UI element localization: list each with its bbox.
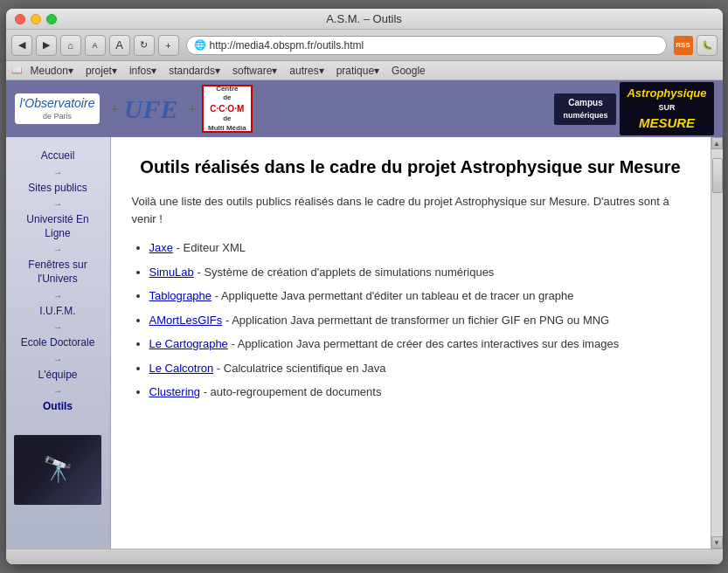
- new-tab-button[interactable]: +: [158, 35, 179, 56]
- sidebar-arrow-3: →: [6, 244, 110, 255]
- toolbar: ◀ ▶ ⌂ A A ↻ + 🌐 http://media4.obspm.fr/o…: [6, 30, 723, 61]
- minimize-button[interactable]: [31, 14, 41, 24]
- sidebar-item-equipe[interactable]: L'équipe: [6, 365, 110, 386]
- page-title: Outils réalisés dans le cadre du projet …: [132, 155, 690, 179]
- sidebar-arrow-5: →: [6, 321, 110, 333]
- traffic-lights: [15, 14, 57, 24]
- rss-label: RSS: [676, 41, 690, 49]
- cartographe-link[interactable]: Le Cartographe: [149, 337, 228, 350]
- list-item-tablographe: Tablographe - Appliquette Java permettan…: [149, 287, 690, 305]
- scrollbar: ▲ ▼: [711, 137, 723, 549]
- page-area: l'Observatoire de Paris + UFE + Centrede…: [6, 80, 723, 564]
- bug-icon: 🐛: [702, 40, 712, 50]
- calcotron-desc: - Calculatrice scientifique en Java: [217, 362, 386, 375]
- bookmarks-bar: 📖 Meudon▾ projet▾ infos▾ standards▾ soft…: [6, 61, 723, 80]
- scroll-thumb[interactable]: [712, 158, 723, 193]
- bookmark-standards[interactable]: standards▾: [163, 64, 225, 78]
- sidebar-item-fenetres[interactable]: Fenêtres sur l'Univers: [6, 255, 110, 289]
- sidebar-item-iufm[interactable]: I.U.F.M.: [6, 301, 110, 322]
- maximize-button[interactable]: [46, 14, 57, 24]
- astro-logo: Astrophysique SUR MESURE: [620, 82, 713, 135]
- back-button[interactable]: ◀: [11, 35, 32, 56]
- simulab-link[interactable]: SimuLab: [149, 266, 194, 279]
- list-item-simulab: SimuLab - Système de création d'applets …: [149, 264, 690, 281]
- sidebar-arrow-7: →: [6, 385, 110, 397]
- back-icon: ◀: [18, 39, 25, 51]
- simulab-desc: - Système de création d'applets de simul…: [197, 266, 494, 279]
- sidebar-item-universite[interactable]: Université En Ligne: [6, 210, 110, 244]
- address-bar[interactable]: 🌐 http://media4.obspm.fr/outils.html: [186, 36, 667, 55]
- scroll-up-button[interactable]: ▲: [711, 137, 723, 149]
- intro-text: Voilà une liste des outils publics réali…: [132, 193, 690, 227]
- tools-list: Jaxe - Editeur XML SimuLab - Système de …: [149, 239, 690, 401]
- sidebar: Accueil → Sites publics → Université En …: [6, 137, 111, 549]
- list-item-cartographe: Le Cartographe - Application Java permet…: [149, 335, 690, 353]
- address-text: http://media4.obspm.fr/outils.html: [210, 39, 364, 52]
- jaxe-desc: - Editeur XML: [177, 241, 246, 254]
- content-area: Outils réalisés dans le cadre du projet …: [111, 137, 711, 549]
- window-title: A.S.M. – Outils: [326, 12, 402, 25]
- list-item-jaxe: Jaxe - Editeur XML: [149, 239, 690, 257]
- new-tab-icon: +: [165, 40, 170, 51]
- bookmark-software[interactable]: software▾: [227, 64, 282, 78]
- list-item-clustering: Clustering - auto-regroupement de docume…: [149, 383, 690, 401]
- bookmark-infos[interactable]: infos▾: [124, 64, 162, 78]
- larger-text-label: A: [115, 38, 123, 52]
- sidebar-item-accueil[interactable]: Accueil: [6, 146, 110, 167]
- sidebar-arrow-1: →: [6, 167, 110, 178]
- ccom-logo: CentredeC·C·O·MdeMulti Média: [202, 85, 253, 133]
- main-layout: Accueil → Sites publics → Université En …: [6, 137, 723, 549]
- sidebar-arrow-6: →: [6, 354, 110, 365]
- amortlesgifs-link[interactable]: AMortLesGIFs: [149, 314, 223, 327]
- bookmark-autres[interactable]: autres▾: [284, 64, 329, 78]
- bookmark-pratique[interactable]: pratique▾: [331, 64, 385, 78]
- cartographe-desc: - Application Java permettant de créer d…: [231, 337, 619, 350]
- smaller-text-button[interactable]: A: [85, 35, 106, 56]
- ufe-logo: UFE: [124, 94, 178, 124]
- home-button[interactable]: ⌂: [60, 35, 81, 56]
- jaxe-link[interactable]: Jaxe: [149, 241, 173, 254]
- forward-icon: ▶: [43, 39, 50, 51]
- bug-button[interactable]: 🐛: [697, 35, 718, 56]
- plus-separator-1: +: [110, 101, 118, 117]
- status-bar: [6, 549, 723, 564]
- campus-logo: Campusnumériques: [554, 93, 616, 125]
- smaller-text-label: A: [92, 41, 97, 50]
- sidebar-item-ecole-doctorale[interactable]: Ecole Doctorale: [6, 333, 110, 354]
- sidebar-arrow-4: →: [6, 290, 110, 301]
- amortlesgifs-desc: - Application Java permettant de transfo…: [225, 314, 609, 327]
- plus-separator-2: +: [188, 101, 196, 117]
- obs-logo: l'Observatoire de Paris: [15, 93, 101, 124]
- home-icon: ⌂: [67, 40, 73, 51]
- list-item-amortlesgifs: AMortLesGIFs - Application Java permetta…: [149, 312, 690, 329]
- site-header: l'Observatoire de Paris + UFE + Centrede…: [6, 80, 723, 137]
- rss-button[interactable]: RSS: [674, 36, 693, 55]
- scroll-track[interactable]: [711, 149, 723, 536]
- right-logos: Campusnumériques Astrophysique SUR MESUR…: [554, 82, 713, 135]
- bookmarks-icon: 📖: [11, 66, 22, 75]
- sidebar-arrow-2: →: [6, 198, 110, 210]
- tablographe-link[interactable]: Tablographe: [149, 289, 212, 302]
- clustering-desc: - auto-regroupement de documents: [204, 385, 382, 398]
- clustering-link[interactable]: Clustering: [149, 385, 201, 398]
- bookmark-meudon[interactable]: Meudon▾: [25, 64, 79, 78]
- calcotron-link[interactable]: Le Calcotron: [149, 362, 214, 375]
- browser-window: A.S.M. – Outils ◀ ▶ ⌂ A A ↻ + 🌐 http://m…: [6, 9, 723, 564]
- reload-button[interactable]: ↻: [134, 35, 155, 56]
- close-button[interactable]: [15, 14, 25, 24]
- sidebar-item-sites-publics[interactable]: Sites publics: [6, 178, 110, 199]
- forward-button[interactable]: ▶: [36, 35, 57, 56]
- bookmark-google[interactable]: Google: [386, 64, 431, 78]
- larger-text-button[interactable]: A: [109, 35, 130, 56]
- sidebar-image: 🔭: [6, 435, 110, 505]
- sidebar-item-outils[interactable]: Outils: [6, 397, 110, 418]
- titlebar: A.S.M. – Outils: [6, 9, 723, 30]
- reload-icon: ↻: [140, 39, 148, 51]
- bookmark-projet[interactable]: projet▾: [80, 64, 122, 78]
- scroll-down-button[interactable]: ▼: [711, 536, 723, 549]
- list-item-calcotron: Le Calcotron - Calculatrice scientifique…: [149, 360, 690, 377]
- tablographe-desc: - Appliquette Java permettant d'éditer u…: [215, 289, 574, 302]
